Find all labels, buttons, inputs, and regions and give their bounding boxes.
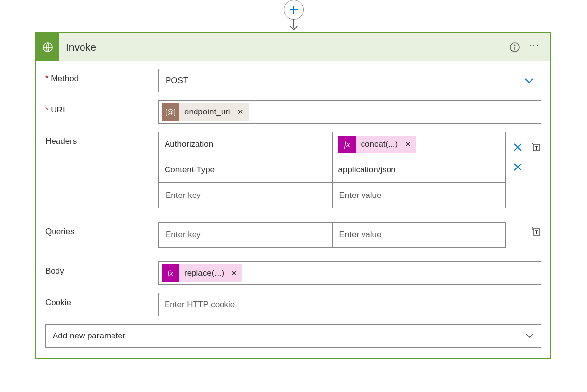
token-label: concat(...) <box>361 140 398 149</box>
delete-header-2-button[interactable] <box>513 162 541 172</box>
headers-label: Headers <box>45 132 158 146</box>
menu-button[interactable]: ··· <box>529 39 539 52</box>
token-label: endpoint_uri <box>184 107 230 117</box>
uri-token[interactable]: [@] endpoint_uri ✕ <box>162 103 249 121</box>
header-value-input[interactable] <box>333 183 506 208</box>
http-icon <box>36 33 59 61</box>
uri-label: URI <box>45 100 158 115</box>
header-key-cell[interactable]: Content-Type <box>158 157 333 183</box>
queries-grid <box>158 222 506 248</box>
fx-badge-icon: fx <box>162 264 179 282</box>
body-token[interactable]: fx replace(...) ✕ <box>162 264 242 282</box>
fx-badge-icon: fx <box>338 136 356 153</box>
delete-header-1-button[interactable] <box>513 142 523 152</box>
token-remove-icon[interactable]: ✕ <box>235 108 244 116</box>
cookie-label: Cookie <box>45 293 158 308</box>
queries-label: Queries <box>45 222 158 237</box>
param-badge-icon: [@] <box>162 103 179 121</box>
header-row: Content-Type application/json <box>158 157 506 183</box>
chevron-down-icon <box>524 77 534 84</box>
cookie-input[interactable] <box>158 293 541 316</box>
add-parameter-label: Add new parameter <box>53 331 125 341</box>
header-key-input[interactable] <box>158 183 333 208</box>
connector-arrow-icon <box>289 19 299 31</box>
text-mode-button[interactable] <box>531 142 541 152</box>
info-icon[interactable] <box>509 42 520 53</box>
text-mode-button[interactable] <box>531 227 541 237</box>
body-input[interactable]: fx replace(...) ✕ <box>158 261 541 285</box>
card-title: Invoke <box>59 41 509 53</box>
headers-grid: Authorization fx concat(...) ✕ Content-T… <box>158 132 506 208</box>
invoke-card: Invoke ··· Method POST <box>35 32 551 359</box>
method-select[interactable]: POST <box>158 69 541 92</box>
header-row: Authorization fx concat(...) ✕ <box>158 132 506 157</box>
query-value-input[interactable] <box>333 222 506 248</box>
header-value-token[interactable]: fx concat(...) ✕ <box>338 136 417 153</box>
token-label: replace(...) <box>184 268 224 278</box>
header-key-cell[interactable]: Authorization <box>158 132 333 157</box>
chevron-down-icon <box>525 333 534 339</box>
header-value-cell[interactable]: application/json <box>333 157 506 183</box>
query-key-input[interactable] <box>158 222 333 248</box>
query-row-empty <box>158 222 506 248</box>
add-parameter-select[interactable]: Add new parameter <box>45 324 541 348</box>
header-value-cell[interactable]: fx concat(...) ✕ <box>333 132 506 157</box>
uri-input[interactable]: [@] endpoint_uri ✕ <box>158 100 541 124</box>
add-step-button[interactable] <box>284 0 304 20</box>
header-row-empty <box>158 183 506 208</box>
token-remove-icon[interactable]: ✕ <box>403 140 411 149</box>
body-label: Body <box>45 261 158 276</box>
svg-point-2 <box>514 45 515 46</box>
card-header[interactable]: Invoke ··· <box>36 33 550 61</box>
method-label: Method <box>45 69 158 84</box>
cookie-text-input[interactable] <box>162 296 538 313</box>
method-value: POST <box>166 76 188 85</box>
token-remove-icon[interactable]: ✕ <box>229 269 237 278</box>
